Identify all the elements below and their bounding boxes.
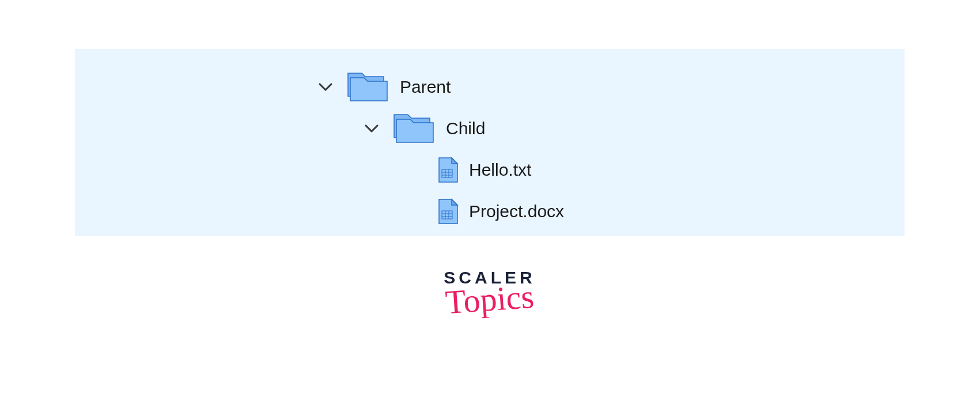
file-tree: Parent Child Hello.txt [317, 66, 905, 232]
tree-panel: Parent Child Hello.txt [75, 49, 905, 236]
file-label-project: Project.docx [469, 203, 564, 220]
folder-icon [391, 114, 436, 143]
tree-row-child[interactable]: Child [363, 108, 905, 149]
logo-text-topics: Topics [445, 282, 535, 317]
file-icon [438, 198, 459, 225]
chevron-down-icon[interactable] [363, 120, 380, 137]
folder-label-parent: Parent [400, 78, 451, 96]
tree-row-parent[interactable]: Parent [317, 66, 905, 108]
chevron-down-icon[interactable] [317, 78, 334, 96]
scaler-topics-logo: SCALER Topics [415, 268, 565, 313]
folder-label-child: Child [446, 120, 485, 137]
file-icon [438, 157, 459, 183]
tree-row-file-project[interactable]: Project.docx [438, 191, 905, 232]
file-label-hello: Hello.txt [469, 161, 531, 179]
folder-icon [345, 72, 389, 102]
tree-row-file-hello[interactable]: Hello.txt [438, 149, 905, 191]
